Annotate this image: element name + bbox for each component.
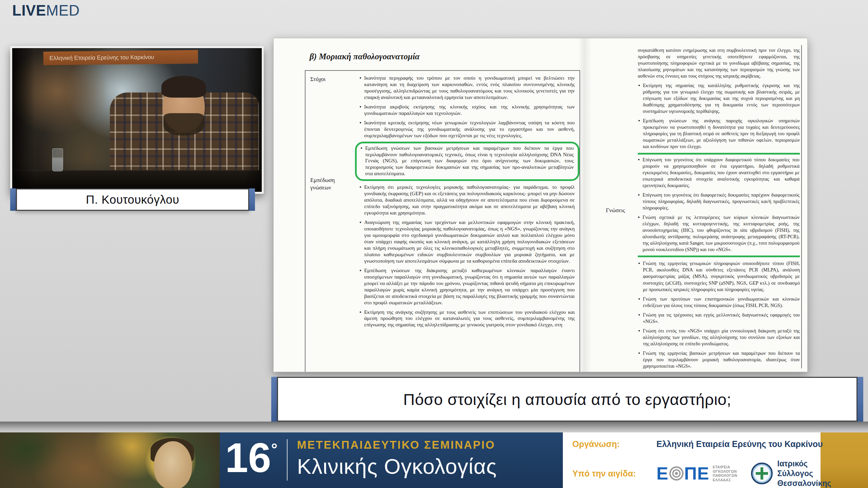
page-gutter-shadow <box>578 38 592 372</box>
eope-caption-line: ΟΓΚΟΛΟΓΩΝ <box>713 469 737 473</box>
auspices-label: Υπό την αιγίδα: <box>572 469 656 479</box>
conference-footer: 16 ° ΜΕΤΕΚΠΑΙΔΕΥΤΙΚΟ ΣΕΜΙΝΑΡΙΟ Κλινικής … <box>0 432 868 488</box>
speaker-name: Π. Κουτουκόγλου <box>16 188 249 211</box>
bullet-item: Ικανότητα κριτικής εκτίμησης νέων γενωμι… <box>359 120 575 139</box>
seminar-title-small: ΜΕΤΕΚΠΑΙΔΕΥΤΙΚΟ ΣΕΜΙΝΑΡΙΟ <box>297 439 563 451</box>
auspices-row: Υπό την αιγίδα: Ε ΠΕ ΕΤΑΙΡΕΙΑ ΟΓΚΟΛΟΓΩΝ … <box>572 459 831 488</box>
question-text: Πόσο στοιχίζει η απουσία από το εργαστήρ… <box>277 377 857 422</box>
bullet-item: Ικανότητα περιγραφής του τρόπου με τον ο… <box>359 75 575 101</box>
bullet-item: Γνώση για τις τρέχουσες και εγγύς μελλον… <box>638 312 800 325</box>
livemed-logo-live: LIVE <box>12 2 46 19</box>
bullet-item: Αναγνώριση της σημασίας των τρεχόντων κα… <box>359 219 575 264</box>
knowledge-row-label: Γνώσεις <box>606 207 625 214</box>
bullet-item: Εκτίμηση της ανάγκης συζήτησης με τους α… <box>359 309 575 328</box>
medical-association-name: Ιατρικός Σύλλογος Θεσσαλονίκης <box>777 459 831 488</box>
bullet-item: Εκτίμηση ότι μερικές τεχνολογίες μοριακή… <box>359 184 575 216</box>
livemed-logo: LIVEMED <box>12 2 80 19</box>
green-highlight-box-left: Εμπέδωση γνώσεων των βασικών μετρήσεων κ… <box>355 142 579 181</box>
bullet-item-highlighted: Εμπέδωση γνώσεων των βασικών μετρήσεων κ… <box>360 145 574 177</box>
seminar-title-large: Κλινικής Ογκολογίας <box>297 454 563 479</box>
eope-caption-line: ΕΤΑΙΡΕΙΑ <box>713 465 730 469</box>
footer-credits-panel: Οργάνωση: Ελληνική Εταιρεία Ερεύνης του … <box>563 432 821 488</box>
eope-caption-line: ΕΛΛΑΔΑΣ <box>713 478 731 482</box>
right-page-border <box>801 45 802 368</box>
speaker-video-player[interactable]: Ελληνική Εταιρεία Ερεύνης του Καρκίνου <box>10 46 264 194</box>
eope-caption: ΕΤΑΙΡΕΙΑ ΟΓΚΟΛΟΓΩΝ ΠΑΘΟΛΟΓΩΝ ΕΛΛΑΔΑΣ <box>713 465 737 482</box>
bullet-item: Εμπέδωση γνώσεων της ανάγκης παροχής ογκ… <box>638 118 800 150</box>
eope-letter-e: Ε <box>656 465 669 482</box>
left-page-text-column: Ικανότητα περιγραφής του τρόπου με τον ο… <box>358 71 578 328</box>
eope-spiral-icon <box>669 466 684 481</box>
bullet-item: Γνώση της ερμηνείας γενωμικών πληροφοριώ… <box>638 260 800 292</box>
question-ribbon-right <box>857 377 863 422</box>
footer-divider <box>287 439 288 481</box>
bullet-item: Εκτίμηση της σημασίας της κατάλληλης ρυθ… <box>638 82 800 115</box>
organization-name: Ελληνική Εταιρεία Ερεύνης του Καρκίνου <box>656 439 823 449</box>
medical-association-logo: Ιατρικός Σύλλογος Θεσσαλονίκης <box>751 459 831 488</box>
conference-artwork <box>0 432 220 488</box>
eope-letters-pe: ΠΕ <box>684 465 709 482</box>
continuation-paragraph: συγκατάθεση κατόπιν ενημέρωσης και στη σ… <box>638 47 800 79</box>
organization-row: Οργάνωση: Ελληνική Εταιρεία Ερεύνης του … <box>572 439 823 449</box>
eope-logo: Ε ΠΕ ΕΤΑΙΡΕΙΑ ΟΓΚΟΛΟΓΩΝ ΠΑΘΟΛΟΓΩΝ ΕΛΛΑΔΑ… <box>656 465 737 482</box>
objectives-row-label: Στόχοι <box>310 76 355 83</box>
livemed-logo-med: MED <box>46 2 80 19</box>
green-highlight-box-right: Επίγνωση του γεγονότος ότι υπάρχουν διαφ… <box>638 153 800 257</box>
video-vignette <box>12 48 262 192</box>
document-title: β) Μοριακή παθολογοανατομία <box>310 52 420 61</box>
document-right-page: συγκατάθεση κατόπιν ενημέρωσης και στη σ… <box>638 44 800 372</box>
ims-name-line2: Θεσσαλονίκης <box>777 479 831 488</box>
organization-label: Οργάνωση: <box>572 439 656 449</box>
edition-number-value: 16 <box>225 435 271 481</box>
seminar-titles: ΜΕΤΕΚΠΑΙΔΕΥΤΙΚΟ ΣΕΜΙΝΑΡΙΟ Κλινικής Ογκολ… <box>297 432 563 488</box>
medical-cross-emblem-icon <box>751 463 773 484</box>
shared-document-page: β) Μοριακή παθολογοανατομία Στόχοι Εμπέδ… <box>273 38 808 372</box>
bullet-item: Εμπέδωση γνώσεων της διάκρισης μεταξύ κα… <box>359 267 575 306</box>
bullet-item-highlighted: Επίγνωση του γεγονότος ότι υπάρχουν διαφ… <box>638 157 800 189</box>
document-left-page: Στόχοι Εμπέδωση γνώσεων Ικανότητα περιγρ… <box>305 70 580 372</box>
question-banner: Πόσο στοιχίζει η απουσία από το εργαστήρ… <box>271 377 863 422</box>
eope-caption-line: ΠΑΘΟΛΟΓΩΝ <box>713 473 737 477</box>
knowledge-consolidation-row-label: Εμπέδωση γνώσεων <box>310 177 355 191</box>
degree-symbol: ° <box>271 440 277 458</box>
footer-shadow-strip <box>0 422 868 432</box>
ims-name-line1: Ιατρικός Σύλλογος <box>777 459 813 478</box>
edition-number: 16 ° <box>220 432 281 488</box>
speaker-nameplate: Π. Κουτουκόγλου <box>10 188 255 211</box>
question-ribbon-left <box>271 377 277 422</box>
webinar-screen: LIVEMED Ελληνική Εταιρεία Ερεύνης του Κα… <box>0 0 868 488</box>
bullet-item-highlighted: Γνώση σχετικά με τις λεπτομέρειες των κύ… <box>638 214 800 253</box>
bullet-item: Γνώση της ερμηνείας βασικών μετρήσεων κα… <box>638 350 800 369</box>
artwork-figure-face <box>154 441 192 488</box>
bullet-item: Ικανότητα ακριβούς εκτίμησης της κλινική… <box>359 104 575 117</box>
nameplate-ribbon-left <box>10 188 16 211</box>
bullet-item: Γνώση ότι εντός του «NGS» υπάρχει μία εν… <box>638 328 800 347</box>
bullet-item: Γνώση των προτύπων των επιστημονικών γον… <box>638 296 800 309</box>
bullet-item-highlighted: Επίγνωση του γεγονότος ότι διαφορετικές … <box>638 192 800 211</box>
nameplate-ribbon-right <box>249 188 255 211</box>
